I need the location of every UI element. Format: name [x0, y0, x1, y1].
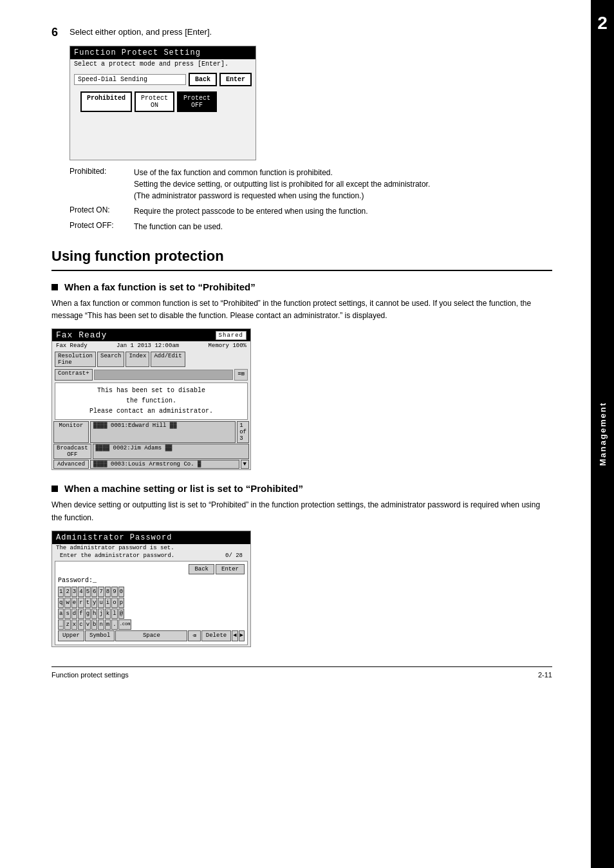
key-8[interactable]: 8 — [105, 587, 111, 597]
key-delete[interactable]: Delete — [201, 630, 231, 641]
footer-left: Function protect settings — [51, 671, 129, 679]
advanced-btn[interactable]: Advanced — [53, 460, 89, 469]
key-a[interactable]: a — [58, 609, 64, 619]
keyboard-row-1: 1 2 3 4 5 6 7 8 9 0 — [58, 587, 245, 597]
key-9[interactable]: 9 — [111, 587, 117, 597]
desc-protect-on: Protect ON: Require the protect passcode… — [70, 205, 552, 217]
prohibited-button[interactable]: Prohibited — [80, 91, 132, 112]
desc-term-protect-off: Protect OFF: — [70, 221, 134, 232]
keyboard-row-4: _ z x c v b n m . .com — [58, 619, 245, 630]
fax-ready-label: Fax Ready — [56, 343, 88, 349]
key-6[interactable]: 6 — [91, 587, 97, 597]
contact-3: ▓▓▓▓ 0003:Louis Armstrong Co. ▓ — [90, 460, 239, 469]
scroll-down[interactable]: ▼ — [241, 460, 249, 469]
admin-enter-btn[interactable]: Enter — [216, 564, 245, 574]
password-row: Password:_ — [58, 577, 245, 584]
key-1[interactable]: 1 — [58, 587, 64, 597]
key-b[interactable]: b — [91, 619, 97, 630]
fax-memory: Memory 100% — [209, 343, 247, 349]
side-number: 2 — [597, 13, 608, 33]
protect-on-line2: ON — [151, 102, 158, 109]
key-m[interactable]: m — [105, 619, 111, 630]
bullet-icon — [51, 284, 58, 290]
contact-row-3: Advanced ▓▓▓▓ 0003:Louis Armstrong Co. ▓… — [53, 460, 249, 469]
key-underscore[interactable]: _ — [58, 619, 64, 630]
desc-prohibited: Prohibited: Use of the fax function and … — [70, 167, 552, 202]
key-t[interactable]: t — [85, 598, 91, 608]
key-7[interactable]: 7 — [98, 587, 104, 597]
search-btn[interactable]: Search — [97, 352, 124, 367]
step6-section: 6 Select either option, and press [Enter… — [51, 26, 552, 232]
sub-section-1: When a fax function is set to “Prohibite… — [51, 281, 552, 470]
key-space[interactable]: Space — [115, 630, 187, 641]
desc-def-protect-off: The function can be used. — [134, 221, 552, 232]
key-at[interactable]: @ — [118, 609, 124, 619]
key-left[interactable]: ◄ — [232, 630, 237, 641]
add-edit-btn[interactable]: Add/Edit — [151, 352, 185, 367]
key-period[interactable]: . — [111, 619, 117, 630]
key-2[interactable]: 2 — [64, 587, 70, 597]
contact-row-2: BroadcastOFF ▓▓▓▓ 0002:Jim Adams ▓▓ — [53, 444, 249, 459]
fax-contrast-row: Contrast+ ≡⊞ — [52, 368, 250, 381]
desc-term-prohibited: Prohibited: — [70, 167, 134, 202]
key-right[interactable]: ► — [239, 630, 245, 641]
back-button[interactable]: Back — [189, 73, 217, 86]
sub1-body: When a fax function or common function i… — [51, 297, 552, 322]
sub-heading-2-text: When a machine setting or list is set to… — [64, 483, 303, 494]
bullet-icon-2 — [51, 486, 58, 492]
fax-date: Jan 1 2013 12:00am — [116, 343, 179, 349]
key-d[interactable]: d — [71, 609, 77, 619]
key-i[interactable]: i — [105, 598, 111, 608]
fax-msg-line3: Please contact an administrator. — [60, 406, 242, 417]
key-5[interactable]: 5 — [85, 587, 91, 597]
key-e[interactable]: e — [71, 598, 77, 608]
contrast-btn[interactable]: Contrast+ — [55, 369, 93, 381]
key-h[interactable]: h — [91, 609, 97, 619]
resolution-btn[interactable]: ResolutionFine — [55, 352, 96, 367]
contact-1: ▓▓▓▓ 0001:Edward Hill ▓▓ — [90, 421, 236, 443]
admin-back-btn[interactable]: Back — [189, 564, 214, 574]
admin-subtitle-2: Enter the administrator password. — [56, 552, 178, 560]
key-symbol[interactable]: Symbol — [85, 630, 115, 641]
key-backspace[interactable]: ⌫ — [188, 630, 200, 641]
index-btn[interactable]: Index — [126, 352, 149, 367]
key-j[interactable]: j — [98, 609, 104, 619]
descriptions: Prohibited: Use of the fax function and … — [70, 167, 552, 232]
key-dotcom[interactable]: .com — [118, 619, 132, 630]
key-r[interactable]: r — [78, 598, 84, 608]
protect-on-line1: Protect — [141, 95, 168, 102]
broadcast-btn[interactable]: BroadcastOFF — [53, 444, 91, 459]
key-z[interactable]: z — [64, 619, 70, 630]
monitor-btn[interactable]: Monitor — [53, 421, 89, 443]
enter-button[interactable]: Enter — [219, 73, 252, 86]
protect-off-line1: Protect — [183, 95, 210, 102]
desc-def-protect-on: Require the protect passcode to be enter… — [134, 205, 552, 217]
protect-off-line2: OFF — [191, 102, 203, 109]
key-o[interactable]: o — [111, 598, 117, 608]
ui-subtitle: Select a protect mode and press [Enter]. — [70, 59, 256, 69]
key-s[interactable]: s — [64, 609, 70, 619]
key-v[interactable]: v — [85, 619, 91, 630]
key-y[interactable]: y — [91, 598, 97, 608]
step-number: 6 — [51, 26, 64, 39]
key-p[interactable]: p — [118, 598, 124, 608]
fax-msg-line1: This has been set to disable — [60, 386, 242, 396]
key-l[interactable]: l — [111, 609, 117, 619]
menu-icon[interactable]: ≡⊞ — [234, 369, 248, 381]
key-4[interactable]: 4 — [78, 587, 84, 597]
key-c[interactable]: c — [78, 619, 84, 630]
key-w[interactable]: w — [64, 598, 70, 608]
key-upper[interactable]: Upper — [58, 630, 84, 641]
sub-heading-1-text: When a fax function is set to “Prohibite… — [64, 281, 256, 292]
key-g[interactable]: g — [85, 609, 91, 619]
key-u[interactable]: u — [98, 598, 104, 608]
key-3[interactable]: 3 — [71, 587, 77, 597]
key-x[interactable]: x — [71, 619, 77, 630]
ui-title-bar: Function Protect Setting — [70, 46, 256, 59]
side-tab: 2 Management — [591, 0, 614, 868]
key-f[interactable]: f — [78, 609, 84, 619]
key-0[interactable]: 0 — [118, 587, 124, 597]
key-q[interactable]: q — [58, 598, 64, 608]
key-n[interactable]: n — [98, 619, 104, 630]
key-k[interactable]: k — [105, 609, 111, 619]
